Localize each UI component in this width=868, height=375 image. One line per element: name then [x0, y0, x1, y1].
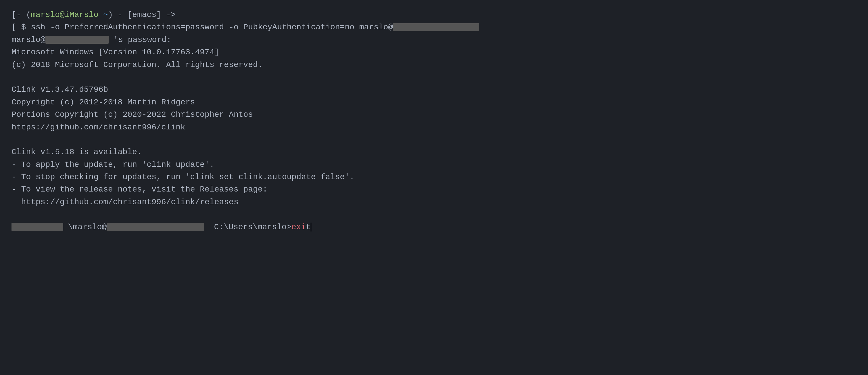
- windows-version-line: Microsoft Windows [Version 10.0.17763.49…: [11, 46, 857, 58]
- redacted-hostname-top: [393, 23, 479, 31]
- redacted-bottom-host: [106, 223, 204, 231]
- bottom-prompt-line: \marslo@ C:\Users\marslo>exit: [11, 221, 857, 233]
- password-line: marslo@ 's password:: [11, 34, 857, 46]
- redacted-host-password: [45, 36, 108, 44]
- clink-available-text: Clink v1.5.18 is available.: [11, 147, 142, 156]
- empty-line-1: [11, 71, 857, 83]
- clink-url-text: https://github.com/chrisant996/clink: [11, 123, 185, 132]
- prompt-tilde: ~: [98, 10, 108, 19]
- clink-releases-line: https://github.com/chrisant996/clink/rel…: [11, 196, 857, 208]
- clink-copyright-text: Copyright (c) 2012-2018 Martin Ridgers: [11, 98, 195, 107]
- windows-version-text: Microsoft Windows [Version 10.0.17763.49…: [11, 48, 219, 57]
- clink-version-line: Clink v1.3.47.d5796b: [11, 83, 857, 96]
- bottom-path: C:\Users\marslo>: [204, 223, 291, 231]
- clink-stop-line: - To stop checking for updates, run 'cli…: [11, 171, 857, 183]
- password-suffix: 's password:: [108, 35, 171, 44]
- ms-copyright-line: (c) 2018 Microsoft Corporation. All righ…: [11, 59, 857, 71]
- bottom-marslo-label: \marslo@: [63, 223, 106, 231]
- prompt-bracket-close: ) - [: [108, 10, 132, 19]
- cmd-dollar: $: [21, 23, 31, 32]
- exit-cursor: t: [306, 223, 311, 231]
- password-prefix: marslo@: [11, 35, 45, 44]
- clink-releases-text: https://github.com/chrisant996/clink/rel…: [11, 198, 239, 206]
- clink-view-line: - To view the release notes, visit the R…: [11, 183, 857, 196]
- cmd-bracket: [: [11, 23, 21, 32]
- prompt-line-1: [- (marslo@iMarslo ~) - [emacs] ->: [11, 9, 857, 21]
- prompt-bracket-open: [- (: [11, 10, 31, 19]
- exit-command-text: exi: [291, 223, 306, 231]
- prompt-bracket-emacs-close: ]: [156, 10, 166, 19]
- ssh-command: ssh -o PreferredAuthentications=password…: [31, 23, 393, 32]
- prompt-arrow: ->: [166, 10, 176, 19]
- clink-portions-text: Portions Copyright (c) 2020-2022 Christo…: [11, 110, 253, 119]
- clink-stop-text: - To stop checking for updates, run 'cli…: [11, 173, 354, 181]
- clink-view-text: - To view the release notes, visit the R…: [11, 185, 268, 194]
- clink-available-line: Clink v1.5.18 is available.: [11, 146, 857, 158]
- clink-copyright-line: Copyright (c) 2012-2018 Martin Ridgers: [11, 96, 857, 108]
- ms-copyright-text: (c) 2018 Microsoft Corporation. All righ…: [11, 60, 263, 69]
- prompt-user: marslo@iMarslo: [31, 10, 98, 19]
- clink-update-line: - To apply the update, run 'clink update…: [11, 158, 857, 171]
- clink-url-line: https://github.com/chrisant996/clink: [11, 121, 857, 134]
- empty-line-3: [11, 208, 857, 221]
- redacted-bottom-left: [11, 223, 63, 231]
- ssh-command-line: [ $ ssh -o PreferredAuthentications=pass…: [11, 21, 857, 33]
- terminal: [- (marslo@iMarslo ~) - [emacs] -> [ $ s…: [11, 9, 857, 366]
- clink-update-text: - To apply the update, run 'clink update…: [11, 160, 214, 169]
- empty-line-2: [11, 134, 857, 146]
- prompt-emacs: emacs: [132, 10, 156, 19]
- clink-version-text: Clink v1.3.47.d5796b: [11, 85, 108, 94]
- clink-portions-line: Portions Copyright (c) 2020-2022 Christo…: [11, 108, 857, 121]
